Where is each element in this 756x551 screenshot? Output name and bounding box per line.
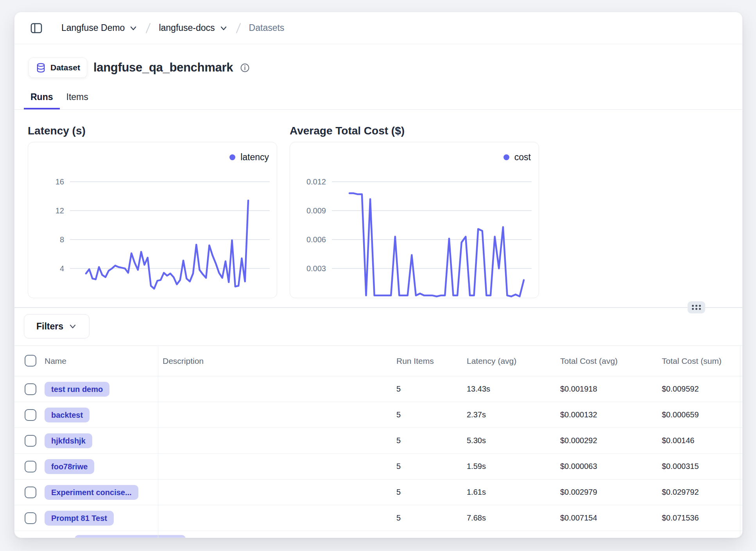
run-name-badge[interactable] xyxy=(75,535,186,538)
breadcrumb-separator xyxy=(234,21,243,35)
latency-chart-title: Latency (s) xyxy=(28,125,86,137)
tab-items[interactable]: Items xyxy=(60,87,95,110)
breadcrumb-project[interactable]: langfuse-docs xyxy=(159,23,228,33)
column-divider xyxy=(158,345,158,538)
database-icon xyxy=(36,63,46,73)
total-cost-avg-cell: $0.001918 xyxy=(560,376,597,402)
filters-label: Filters xyxy=(36,321,63,332)
panel-left-icon xyxy=(30,21,43,35)
latency-chart: 161284 latency xyxy=(28,142,277,298)
svg-text:0.003: 0.003 xyxy=(306,264,326,273)
run-items-cell: 5 xyxy=(396,454,401,479)
svg-text:0.012: 0.012 xyxy=(306,177,326,186)
resize-drag-handle[interactable] xyxy=(688,301,705,313)
column-divider xyxy=(740,345,740,538)
legend-dot-icon xyxy=(229,154,235,160)
latency-avg-cell: 7.68s xyxy=(467,505,486,531)
page-title: langfuse_qa_benchmark xyxy=(93,61,233,75)
breadcrumb-section[interactable]: Datasets xyxy=(249,23,285,33)
total-cost-avg-cell: $0.007154 xyxy=(560,505,597,531)
row-checkbox[interactable] xyxy=(25,461,36,472)
table-row: backtest 5 2.37s $0.000132 $0.000659 xyxy=(14,402,742,428)
column-header-total-cost-avg[interactable]: Total Cost (avg) xyxy=(560,346,618,376)
total-cost-avg-cell: $0.002979 xyxy=(560,479,597,505)
top-nav: Langfuse Demo langfuse-docs Datasets xyxy=(14,12,742,44)
svg-text:16: 16 xyxy=(56,177,64,186)
sidebar-toggle-button[interactable] xyxy=(29,21,43,35)
runs-table: Name Description Run Items Latency (avg)… xyxy=(14,345,742,538)
table-row: Experiment concise... 5 1.61s $0.002979 … xyxy=(14,479,742,505)
info-icon[interactable] xyxy=(240,63,250,73)
run-name-badge[interactable]: Experiment concise... xyxy=(45,485,138,500)
column-header-total-cost-sum[interactable]: Total Cost (sum) xyxy=(662,346,722,376)
run-items-cell: 5 xyxy=(396,479,401,505)
run-items-cell: 5 xyxy=(396,376,401,402)
breadcrumb-org[interactable]: Langfuse Demo xyxy=(61,23,138,33)
tab-runs[interactable]: Runs xyxy=(24,87,60,110)
project-name: langfuse-docs xyxy=(159,23,215,33)
select-all-checkbox[interactable] xyxy=(25,355,36,367)
latency-avg-cell: 1.59s xyxy=(467,454,486,479)
legend-label: latency xyxy=(240,152,269,163)
run-items-cell: 5 xyxy=(396,428,401,453)
dataset-badge-label: Dataset xyxy=(50,63,80,72)
latency-legend: latency xyxy=(229,152,269,163)
run-name-badge[interactable]: test run demo xyxy=(45,382,109,397)
table-row: hjkfdshjk 5 5.30s $0.000292 $0.00146 xyxy=(14,428,742,454)
cost-chart-svg: 0.0120.0090.0060.003 xyxy=(290,142,539,298)
table-row: test run demo 5 13.43s $0.001918 $0.0095… xyxy=(14,376,742,402)
total-cost-avg-cell: $0.000292 xyxy=(560,428,597,453)
row-checkbox[interactable] xyxy=(25,383,36,395)
latency-avg-cell: 13.43s xyxy=(467,376,490,402)
filters-button[interactable]: Filters xyxy=(24,314,90,338)
table-row xyxy=(14,531,742,538)
total-cost-avg-cell: $0.000063 xyxy=(560,454,597,479)
column-header-run-items[interactable]: Run Items xyxy=(396,346,434,376)
run-name-badge[interactable]: hjkfdshjk xyxy=(45,433,92,448)
tab-bar-border xyxy=(14,109,742,110)
svg-text:8: 8 xyxy=(60,235,64,244)
legend-label: cost xyxy=(514,152,531,163)
svg-text:12: 12 xyxy=(56,206,64,215)
run-name-badge[interactable]: foo78riwe xyxy=(45,459,94,474)
total-cost-sum-cell: $0.029792 xyxy=(662,479,699,505)
run-name-badge[interactable]: Prompt 81 Test xyxy=(45,511,114,526)
total-cost-sum-cell: $0.000315 xyxy=(662,454,699,479)
table-row: foo78riwe 5 1.59s $0.000063 $0.000315 xyxy=(14,454,742,479)
row-checkbox[interactable] xyxy=(25,435,36,447)
legend-dot-icon xyxy=(503,154,509,160)
total-cost-avg-cell: $0.000132 xyxy=(560,402,597,428)
cost-chart: 0.0120.0090.0060.003 cost xyxy=(290,142,539,298)
table-header-row: Name Description Run Items Latency (avg)… xyxy=(14,345,742,376)
cost-legend: cost xyxy=(503,152,531,163)
app-window: Langfuse Demo langfuse-docs Datasets xyxy=(14,12,743,538)
row-checkbox[interactable] xyxy=(25,409,36,421)
run-items-cell: 5 xyxy=(396,402,401,428)
grip-dots-icon xyxy=(692,305,701,310)
latency-chart-svg: 161284 xyxy=(28,142,277,298)
chevron-down-icon xyxy=(68,322,77,331)
table-row: Prompt 81 Test 5 7.68s $0.007154 $0.0715… xyxy=(14,505,742,531)
total-cost-sum-cell: $0.00146 xyxy=(662,428,694,453)
total-cost-sum-cell: $0.000659 xyxy=(662,402,699,428)
tab-bar: Runs Items xyxy=(24,87,95,110)
row-checkbox[interactable] xyxy=(25,487,36,498)
section-divider xyxy=(14,307,742,308)
svg-text:4: 4 xyxy=(60,264,64,273)
total-cost-sum-cell: $0.071536 xyxy=(662,505,699,531)
chevron-down-icon xyxy=(219,24,228,32)
column-header-description[interactable]: Description xyxy=(163,346,204,376)
latency-avg-cell: 1.61s xyxy=(467,479,486,505)
row-checkbox[interactable] xyxy=(25,512,36,524)
breadcrumb-separator xyxy=(144,21,152,35)
run-name-badge[interactable]: backtest xyxy=(45,408,90,422)
org-name: Langfuse Demo xyxy=(61,23,125,33)
column-header-name[interactable]: Name xyxy=(45,346,66,376)
chevron-down-icon xyxy=(129,24,138,32)
dataset-header: Dataset langfuse_qa_benchmark xyxy=(29,57,250,78)
latency-avg-cell: 5.30s xyxy=(467,428,486,453)
total-cost-sum-cell: $0.009592 xyxy=(662,376,699,402)
run-items-cell: 5 xyxy=(396,505,401,531)
latency-avg-cell: 2.37s xyxy=(467,402,486,428)
column-header-latency-avg[interactable]: Latency (avg) xyxy=(467,346,516,376)
